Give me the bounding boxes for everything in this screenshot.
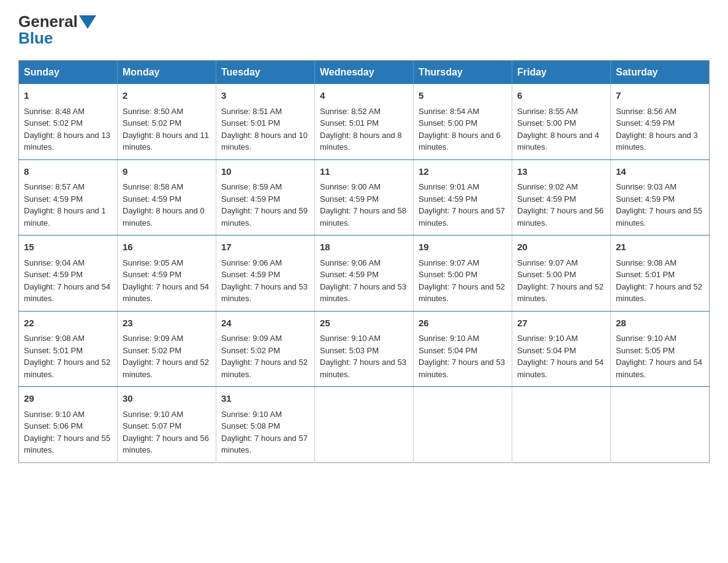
weekday-header-monday: Monday bbox=[118, 61, 216, 85]
day-info: Sunrise: 9:04 AMSunset: 4:59 PMDaylight:… bbox=[24, 258, 110, 304]
day-info: Sunrise: 9:08 AMSunset: 5:01 PMDaylight:… bbox=[24, 334, 110, 379]
day-number: 16 bbox=[123, 240, 211, 255]
day-number: 19 bbox=[419, 240, 507, 255]
weekday-header-sunday: Sunday bbox=[19, 61, 118, 85]
day-number: 25 bbox=[320, 316, 408, 331]
day-cell: 30 Sunrise: 9:10 AMSunset: 5:07 PMDaylig… bbox=[118, 387, 216, 463]
day-cell: 27 Sunrise: 9:10 AMSunset: 5:04 PMDaylig… bbox=[512, 311, 611, 387]
page-header: General Blue bbox=[18, 12, 710, 48]
day-info: Sunrise: 8:52 AMSunset: 5:01 PMDaylight:… bbox=[320, 107, 402, 152]
day-info: Sunrise: 9:02 AMSunset: 4:59 PMDaylight:… bbox=[517, 182, 604, 228]
weekday-header-friday: Friday bbox=[512, 61, 611, 85]
day-cell: 13 Sunrise: 9:02 AMSunset: 4:59 PMDaylig… bbox=[512, 159, 611, 236]
day-number: 8 bbox=[24, 165, 112, 179]
day-number: 21 bbox=[616, 240, 704, 255]
day-cell: 4 Sunrise: 8:52 AMSunset: 5:01 PMDayligh… bbox=[315, 84, 414, 159]
day-cell: 24 Sunrise: 9:09 AMSunset: 5:02 PMDaylig… bbox=[216, 311, 315, 387]
day-info: Sunrise: 9:05 AMSunset: 4:59 PMDaylight:… bbox=[123, 258, 209, 304]
day-info: Sunrise: 9:08 AMSunset: 5:01 PMDaylight:… bbox=[616, 258, 702, 304]
day-number: 11 bbox=[320, 165, 408, 179]
day-cell bbox=[512, 387, 611, 463]
day-number: 9 bbox=[123, 165, 211, 179]
day-cell bbox=[611, 387, 710, 463]
day-info: Sunrise: 8:48 AMSunset: 5:02 PMDaylight:… bbox=[24, 107, 110, 152]
week-row-5: 29 Sunrise: 9:10 AMSunset: 5:06 PMDaylig… bbox=[19, 387, 710, 463]
day-info: Sunrise: 9:10 AMSunset: 5:03 PMDaylight:… bbox=[320, 334, 406, 379]
day-number: 10 bbox=[221, 165, 309, 179]
day-number: 26 bbox=[419, 316, 507, 331]
day-cell: 31 Sunrise: 9:10 AMSunset: 5:08 PMDaylig… bbox=[216, 387, 315, 463]
day-info: Sunrise: 8:54 AMSunset: 5:00 PMDaylight:… bbox=[419, 107, 501, 152]
calendar-table: SundayMondayTuesdayWednesdayThursdayFrid… bbox=[18, 60, 710, 463]
day-info: Sunrise: 9:01 AMSunset: 4:59 PMDaylight:… bbox=[419, 182, 505, 228]
day-number: 22 bbox=[24, 316, 112, 331]
day-number: 5 bbox=[419, 89, 507, 103]
day-cell: 28 Sunrise: 9:10 AMSunset: 5:05 PMDaylig… bbox=[611, 311, 710, 387]
day-cell: 21 Sunrise: 9:08 AMSunset: 5:01 PMDaylig… bbox=[611, 236, 710, 312]
day-info: Sunrise: 8:58 AMSunset: 4:59 PMDaylight:… bbox=[123, 182, 205, 228]
day-cell: 6 Sunrise: 8:55 AMSunset: 5:00 PMDayligh… bbox=[512, 84, 611, 159]
day-info: Sunrise: 9:00 AMSunset: 4:59 PMDaylight:… bbox=[320, 182, 406, 228]
day-info: Sunrise: 8:59 AMSunset: 4:59 PMDaylight:… bbox=[221, 182, 308, 228]
weekday-header-saturday: Saturday bbox=[611, 61, 710, 85]
day-number: 3 bbox=[221, 89, 309, 103]
day-cell: 23 Sunrise: 9:09 AMSunset: 5:02 PMDaylig… bbox=[118, 311, 216, 387]
day-cell: 16 Sunrise: 9:05 AMSunset: 4:59 PMDaylig… bbox=[118, 236, 216, 312]
day-cell: 7 Sunrise: 8:56 AMSunset: 4:59 PMDayligh… bbox=[611, 84, 710, 159]
day-number: 18 bbox=[320, 240, 408, 255]
day-number: 28 bbox=[616, 316, 704, 331]
day-cell: 18 Sunrise: 9:06 AMSunset: 4:59 PMDaylig… bbox=[315, 236, 414, 312]
day-number: 24 bbox=[221, 316, 309, 331]
logo: General Blue bbox=[18, 12, 96, 48]
day-cell: 15 Sunrise: 9:04 AMSunset: 4:59 PMDaylig… bbox=[19, 236, 118, 312]
day-info: Sunrise: 8:50 AMSunset: 5:02 PMDaylight:… bbox=[123, 107, 209, 152]
day-number: 4 bbox=[320, 89, 408, 103]
day-info: Sunrise: 9:10 AMSunset: 5:05 PMDaylight:… bbox=[616, 334, 702, 379]
day-cell: 20 Sunrise: 9:07 AMSunset: 5:00 PMDaylig… bbox=[512, 236, 611, 312]
day-cell: 11 Sunrise: 9:00 AMSunset: 4:59 PMDaylig… bbox=[315, 159, 414, 236]
day-cell: 25 Sunrise: 9:10 AMSunset: 5:03 PMDaylig… bbox=[315, 311, 414, 387]
day-info: Sunrise: 9:09 AMSunset: 5:02 PMDaylight:… bbox=[123, 334, 209, 379]
svg-marker-0 bbox=[79, 15, 96, 29]
day-info: Sunrise: 9:10 AMSunset: 5:06 PMDaylight:… bbox=[24, 410, 110, 455]
week-row-1: 1 Sunrise: 8:48 AMSunset: 5:02 PMDayligh… bbox=[19, 84, 710, 159]
day-number: 14 bbox=[616, 165, 704, 179]
day-cell: 5 Sunrise: 8:54 AMSunset: 5:00 PMDayligh… bbox=[414, 84, 512, 159]
day-number: 27 bbox=[517, 316, 605, 331]
logo-blue-text: Blue bbox=[18, 29, 53, 48]
day-info: Sunrise: 9:10 AMSunset: 5:04 PMDaylight:… bbox=[517, 334, 604, 379]
day-info: Sunrise: 9:06 AMSunset: 4:59 PMDaylight:… bbox=[221, 258, 308, 304]
day-info: Sunrise: 9:10 AMSunset: 5:08 PMDaylight:… bbox=[221, 410, 308, 455]
day-info: Sunrise: 8:56 AMSunset: 4:59 PMDaylight:… bbox=[616, 107, 698, 152]
weekday-header-thursday: Thursday bbox=[414, 61, 512, 85]
day-number: 23 bbox=[123, 316, 211, 331]
day-info: Sunrise: 9:07 AMSunset: 5:00 PMDaylight:… bbox=[419, 258, 505, 304]
weekday-header-tuesday: Tuesday bbox=[216, 61, 315, 85]
day-cell: 19 Sunrise: 9:07 AMSunset: 5:00 PMDaylig… bbox=[414, 236, 512, 312]
day-cell: 10 Sunrise: 8:59 AMSunset: 4:59 PMDaylig… bbox=[216, 159, 315, 236]
day-number: 12 bbox=[419, 165, 507, 179]
day-info: Sunrise: 9:07 AMSunset: 5:00 PMDaylight:… bbox=[517, 258, 604, 304]
day-info: Sunrise: 8:55 AMSunset: 5:00 PMDaylight:… bbox=[517, 107, 599, 152]
day-number: 7 bbox=[616, 89, 704, 103]
logo-arrow-icon bbox=[79, 15, 96, 29]
day-cell bbox=[414, 387, 512, 463]
day-info: Sunrise: 9:03 AMSunset: 4:59 PMDaylight:… bbox=[616, 182, 702, 228]
week-row-2: 8 Sunrise: 8:57 AMSunset: 4:59 PMDayligh… bbox=[19, 159, 710, 236]
day-info: Sunrise: 9:06 AMSunset: 4:59 PMDaylight:… bbox=[320, 258, 406, 304]
day-number: 30 bbox=[123, 392, 211, 406]
day-number: 31 bbox=[221, 392, 309, 406]
day-cell: 8 Sunrise: 8:57 AMSunset: 4:59 PMDayligh… bbox=[19, 159, 118, 236]
day-number: 2 bbox=[123, 89, 211, 103]
day-cell: 3 Sunrise: 8:51 AMSunset: 5:01 PMDayligh… bbox=[216, 84, 315, 159]
day-cell: 14 Sunrise: 9:03 AMSunset: 4:59 PMDaylig… bbox=[611, 159, 710, 236]
day-cell: 12 Sunrise: 9:01 AMSunset: 4:59 PMDaylig… bbox=[414, 159, 512, 236]
day-number: 6 bbox=[517, 89, 605, 103]
day-number: 13 bbox=[517, 165, 605, 179]
day-number: 1 bbox=[24, 89, 112, 103]
day-number: 15 bbox=[24, 240, 112, 255]
day-cell: 2 Sunrise: 8:50 AMSunset: 5:02 PMDayligh… bbox=[118, 84, 216, 159]
day-cell: 17 Sunrise: 9:06 AMSunset: 4:59 PMDaylig… bbox=[216, 236, 315, 312]
day-info: Sunrise: 9:10 AMSunset: 5:07 PMDaylight:… bbox=[123, 410, 209, 455]
day-number: 29 bbox=[24, 392, 112, 406]
